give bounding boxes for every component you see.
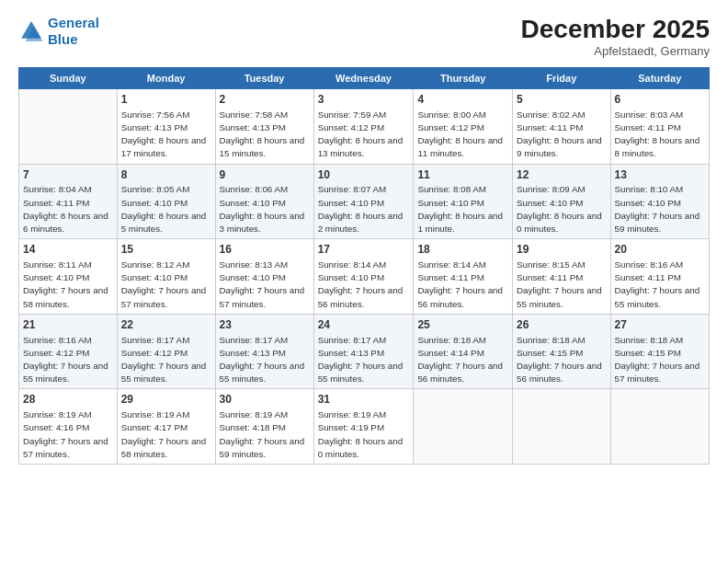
cell-w0-d5: 5Sunrise: 8:02 AMSunset: 4:11 PMDaylight… — [513, 89, 611, 165]
cell-w3-d3: 24Sunrise: 8:17 AMSunset: 4:13 PMDayligh… — [313, 314, 414, 389]
week-row-1: 7Sunrise: 8:04 AMSunset: 4:11 PMDaylight… — [19, 164, 710, 239]
day-number: 28 — [23, 392, 113, 408]
location: Apfelstaedt, Germany — [521, 44, 710, 58]
title-block: December 2025 Apfelstaedt, Germany — [521, 15, 710, 58]
cell-w4-d2: 30Sunrise: 8:19 AMSunset: 4:18 PMDayligh… — [215, 389, 313, 465]
cell-w3-d0: 21Sunrise: 8:16 AMSunset: 4:12 PMDayligh… — [19, 314, 118, 389]
cell-w1-d0: 7Sunrise: 8:04 AMSunset: 4:11 PMDaylight… — [19, 164, 118, 239]
col-friday: Friday — [513, 68, 611, 89]
col-saturday: Saturday — [610, 68, 709, 89]
week-row-2: 14Sunrise: 8:11 AMSunset: 4:10 PMDayligh… — [19, 239, 710, 315]
cell-w1-d5: 12Sunrise: 8:09 AMSunset: 4:10 PMDayligh… — [513, 164, 611, 239]
day-number: 6 — [615, 92, 705, 108]
day-number: 9 — [220, 167, 310, 183]
day-number: 5 — [517, 92, 607, 108]
day-number: 16 — [220, 242, 310, 258]
day-number: 12 — [517, 167, 607, 183]
month-year: December 2025 — [521, 15, 710, 44]
header-row: Sunday Monday Tuesday Wednesday Thursday… — [19, 68, 710, 89]
cell-w1-d1: 8Sunrise: 8:05 AMSunset: 4:10 PMDaylight… — [117, 164, 215, 239]
cell-w2-d6: 20Sunrise: 8:16 AMSunset: 4:11 PMDayligh… — [610, 239, 709, 315]
cell-w0-d3: 3Sunrise: 7:59 AMSunset: 4:12 PMDaylight… — [313, 89, 414, 165]
day-number: 11 — [417, 167, 508, 183]
header: General Blue December 2025 Apfelstaedt, … — [18, 15, 710, 58]
day-number: 30 — [220, 392, 310, 408]
day-number: 4 — [417, 92, 508, 108]
day-info: Sunrise: 8:19 AMSunset: 4:19 PMDaylight:… — [318, 408, 410, 461]
cell-w4-d4 — [414, 389, 513, 465]
cell-w2-d2: 16Sunrise: 8:13 AMSunset: 4:10 PMDayligh… — [215, 239, 313, 315]
cell-w4-d6 — [610, 389, 709, 465]
calendar-table: Sunday Monday Tuesday Wednesday Thursday… — [18, 67, 710, 465]
day-number: 3 — [318, 92, 410, 108]
cell-w4-d3: 31Sunrise: 8:19 AMSunset: 4:19 PMDayligh… — [313, 389, 414, 465]
day-number: 22 — [121, 317, 211, 333]
day-info: Sunrise: 8:17 AMSunset: 4:13 PMDaylight:… — [220, 334, 310, 386]
day-number: 20 — [615, 242, 705, 258]
cell-w3-d5: 26Sunrise: 8:18 AMSunset: 4:15 PMDayligh… — [513, 314, 611, 389]
day-info: Sunrise: 7:58 AMSunset: 4:13 PMDaylight:… — [220, 109, 310, 161]
col-tuesday: Tuesday — [215, 68, 313, 89]
day-info: Sunrise: 8:16 AMSunset: 4:11 PMDaylight:… — [615, 259, 705, 311]
day-number: 21 — [23, 317, 113, 333]
cell-w0-d0 — [19, 89, 118, 165]
day-number: 13 — [615, 167, 705, 183]
day-number: 10 — [318, 167, 410, 183]
day-info: Sunrise: 8:19 AMSunset: 4:17 PMDaylight:… — [121, 408, 211, 461]
day-number: 8 — [121, 167, 211, 183]
day-info: Sunrise: 8:13 AMSunset: 4:10 PMDaylight:… — [220, 259, 310, 311]
cell-w1-d3: 10Sunrise: 8:07 AMSunset: 4:10 PMDayligh… — [313, 164, 414, 239]
day-info: Sunrise: 8:14 AMSunset: 4:11 PMDaylight:… — [417, 259, 508, 311]
cell-w1-d2: 9Sunrise: 8:06 AMSunset: 4:10 PMDaylight… — [215, 164, 313, 239]
cell-w4-d5 — [513, 389, 611, 465]
day-number: 19 — [517, 242, 607, 258]
day-number: 23 — [220, 317, 310, 333]
day-number: 14 — [23, 242, 113, 258]
week-row-3: 21Sunrise: 8:16 AMSunset: 4:12 PMDayligh… — [19, 314, 710, 389]
col-monday: Monday — [117, 68, 215, 89]
cell-w3-d1: 22Sunrise: 8:17 AMSunset: 4:12 PMDayligh… — [117, 314, 215, 389]
logo-icon — [18, 18, 44, 44]
cell-w2-d3: 17Sunrise: 8:14 AMSunset: 4:10 PMDayligh… — [313, 239, 414, 315]
day-info: Sunrise: 8:04 AMSunset: 4:11 PMDaylight:… — [23, 183, 113, 236]
day-number: 24 — [318, 317, 410, 333]
week-row-4: 28Sunrise: 8:19 AMSunset: 4:16 PMDayligh… — [19, 389, 710, 465]
day-info: Sunrise: 7:59 AMSunset: 4:12 PMDaylight:… — [318, 109, 410, 161]
cell-w0-d4: 4Sunrise: 8:00 AMSunset: 4:12 PMDaylight… — [414, 89, 513, 165]
cell-w4-d0: 28Sunrise: 8:19 AMSunset: 4:16 PMDayligh… — [19, 389, 118, 465]
day-number: 1 — [121, 92, 211, 108]
cell-w3-d6: 27Sunrise: 8:18 AMSunset: 4:15 PMDayligh… — [610, 314, 709, 389]
day-number: 18 — [417, 242, 508, 258]
day-info: Sunrise: 8:11 AMSunset: 4:10 PMDaylight:… — [23, 259, 113, 311]
day-info: Sunrise: 8:19 AMSunset: 4:16 PMDaylight:… — [23, 408, 113, 461]
cell-w0-d2: 2Sunrise: 7:58 AMSunset: 4:13 PMDaylight… — [215, 89, 313, 165]
logo-text-blue: Blue — [48, 31, 99, 48]
day-info: Sunrise: 8:14 AMSunset: 4:10 PMDaylight:… — [318, 259, 410, 311]
day-number: 29 — [121, 392, 211, 408]
calendar-page: General Blue December 2025 Apfelstaedt, … — [0, 0, 728, 563]
day-number: 17 — [318, 242, 410, 258]
col-thursday: Thursday — [414, 68, 513, 89]
day-info: Sunrise: 8:12 AMSunset: 4:10 PMDaylight:… — [121, 259, 211, 311]
day-info: Sunrise: 8:05 AMSunset: 4:10 PMDaylight:… — [121, 183, 211, 236]
cell-w2-d5: 19Sunrise: 8:15 AMSunset: 4:11 PMDayligh… — [513, 239, 611, 315]
day-info: Sunrise: 7:56 AMSunset: 4:13 PMDaylight:… — [121, 109, 211, 161]
day-number: 27 — [615, 317, 705, 333]
logo-text-general: General — [48, 15, 99, 31]
cell-w1-d4: 11Sunrise: 8:08 AMSunset: 4:10 PMDayligh… — [414, 164, 513, 239]
day-number: 31 — [318, 392, 410, 408]
day-number: 15 — [121, 242, 211, 258]
cell-w2-d1: 15Sunrise: 8:12 AMSunset: 4:10 PMDayligh… — [117, 239, 215, 315]
day-info: Sunrise: 8:18 AMSunset: 4:14 PMDaylight:… — [417, 334, 508, 386]
day-info: Sunrise: 8:18 AMSunset: 4:15 PMDaylight:… — [615, 334, 705, 386]
cell-w1-d6: 13Sunrise: 8:10 AMSunset: 4:10 PMDayligh… — [610, 164, 709, 239]
cell-w0-d6: 6Sunrise: 8:03 AMSunset: 4:11 PMDaylight… — [610, 89, 709, 165]
day-info: Sunrise: 8:10 AMSunset: 4:10 PMDaylight:… — [615, 183, 705, 236]
cell-w0-d1: 1Sunrise: 7:56 AMSunset: 4:13 PMDaylight… — [117, 89, 215, 165]
day-info: Sunrise: 8:00 AMSunset: 4:12 PMDaylight:… — [417, 109, 508, 161]
day-info: Sunrise: 8:09 AMSunset: 4:10 PMDaylight:… — [517, 183, 607, 236]
week-row-0: 1Sunrise: 7:56 AMSunset: 4:13 PMDaylight… — [19, 89, 710, 165]
day-info: Sunrise: 8:02 AMSunset: 4:11 PMDaylight:… — [517, 109, 607, 161]
cell-w2-d0: 14Sunrise: 8:11 AMSunset: 4:10 PMDayligh… — [19, 239, 118, 315]
logo: General Blue — [18, 15, 99, 48]
